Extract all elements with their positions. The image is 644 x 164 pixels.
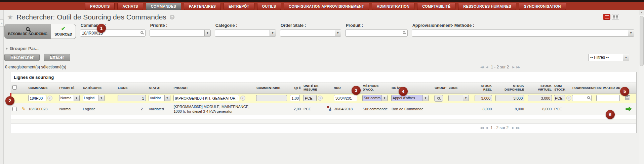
chevron-down-icon[interactable] xyxy=(463,95,469,101)
menu-item-ressources-humaines[interactable]: RESSOURCES HUMAINES xyxy=(458,3,516,10)
save-icon[interactable] xyxy=(625,95,630,101)
edit-statut-select[interactable]: Validat xyxy=(149,95,164,101)
edit-bc-ado-select[interactable]: Appel d'offres xyxy=(392,95,422,101)
chevron-down-icon[interactable] xyxy=(204,30,210,36)
edit-priorite-select[interactable]: Norma xyxy=(59,95,74,101)
chevron-down-icon[interactable] xyxy=(623,54,629,61)
annotation-badge-4: 4 xyxy=(399,87,408,96)
annotation-badge-3: 3 xyxy=(352,86,361,95)
cell-produit: [KPROMMAI03D] MODULE, MAINTENANCE, 1000 … xyxy=(172,103,255,115)
last-page-icon[interactable]: ▶▶ xyxy=(516,65,520,69)
menu-item-synchronisation[interactable]: SYNCHRONISATION xyxy=(519,3,566,10)
edit-commentaire-input[interactable] xyxy=(256,95,287,101)
table-row[interactable]: ✎ 18/IR00023 Normal Logistic 2 Validated… xyxy=(11,103,637,115)
edit-stock-reel-input[interactable] xyxy=(475,95,492,101)
chevron-down-icon[interactable] xyxy=(74,95,79,101)
pencil-icon[interactable]: ✎ xyxy=(22,106,26,112)
page-range: 1 - 2 sur 2 xyxy=(491,65,509,69)
chevron-down-icon[interactable] xyxy=(381,95,387,101)
select-all-checkbox[interactable] xyxy=(12,85,17,90)
annotation-badge-2: 2 xyxy=(5,96,14,105)
search-icon[interactable] xyxy=(403,31,405,34)
green-arrow-icon[interactable] xyxy=(626,106,632,112)
prev-page-icon[interactable]: ◀ xyxy=(486,65,487,69)
tab-besoin-de-sourcing[interactable]: BESOIN DE SOURCING xyxy=(5,24,51,39)
menu-item-configuration-approvisionnement[interactable]: CONFIGURATION APPROVISIONNEMENT xyxy=(284,3,369,10)
favorite-star-icon[interactable]: ★ xyxy=(7,13,13,21)
edit-zone-select[interactable] xyxy=(449,95,463,101)
menu-item-comptabilite[interactable]: COMPTABILITÉ xyxy=(417,3,455,10)
edit-uom-stock-input[interactable] xyxy=(554,95,565,101)
group-lookup-button[interactable] xyxy=(434,95,443,102)
menu-item-produits[interactable]: PRODUITS xyxy=(85,3,115,10)
chevron-down-icon[interactable] xyxy=(628,30,634,36)
edit-unite-input[interactable] xyxy=(303,95,317,101)
sidebar-expand-icon[interactable]: » xyxy=(0,19,4,27)
edit-rdd-input[interactable] xyxy=(334,95,357,101)
edit-stock-disponible-input[interactable] xyxy=(495,95,524,101)
edit-produit-input[interactable] xyxy=(173,95,239,101)
grid-view-icon[interactable] xyxy=(612,14,619,20)
combo-dropdown-icon[interactable] xyxy=(318,96,323,101)
combo-dropdown-icon[interactable] xyxy=(240,96,245,101)
split-line-icon[interactable] xyxy=(327,106,331,112)
menu-item-partenaires[interactable]: PARTENAIRES xyxy=(184,3,221,10)
scrollbar-thumb[interactable] xyxy=(640,16,644,66)
chevron-down-icon[interactable] xyxy=(422,95,428,101)
sourcing-tabs: BESOIN DE SOURCING ✔ SOURCED xyxy=(4,24,76,39)
next-page-icon[interactable]: ▶ xyxy=(512,65,514,69)
menu-item-administration[interactable]: ADMINISTRATION xyxy=(372,3,414,10)
cell-commentaire xyxy=(255,103,289,115)
effacer-button[interactable]: Effacer xyxy=(44,54,70,61)
commande-input[interactable] xyxy=(80,30,146,37)
filter-categorie: Catégorie : xyxy=(215,23,276,37)
search-icon[interactable] xyxy=(140,31,143,34)
edit-estimated-dd-input[interactable] xyxy=(596,95,620,101)
next-page-icon[interactable]: ▶ xyxy=(512,126,514,129)
sourcing-lines-table: COMMANDE PRIORITÉ CATÉGORIE LIGNE STATUT… xyxy=(10,82,636,124)
produit-input[interactable] xyxy=(345,30,408,37)
appro-methode-select[interactable] xyxy=(412,30,634,37)
menu-item-entrepot[interactable]: ENTREPÔT xyxy=(224,3,254,10)
filter-order-state: Order State : xyxy=(280,23,341,37)
chevron-down-icon[interactable] xyxy=(335,30,341,36)
filter-appro-methode-label: Approvisionnement- Méthode : xyxy=(412,23,634,28)
scroll-up-icon[interactable]: ▲ xyxy=(639,10,644,15)
priorite-select[interactable] xyxy=(150,30,211,37)
combo-dropdown-icon[interactable] xyxy=(566,96,571,101)
edit-stock-virtuel-input[interactable] xyxy=(528,95,552,101)
vertical-scrollbar[interactable]: ▲ xyxy=(639,10,644,164)
order-state-select[interactable] xyxy=(280,30,341,37)
menu-item-achats[interactable]: ACHATS xyxy=(117,3,143,10)
search-icon[interactable] xyxy=(587,96,590,99)
list-view-icon[interactable] xyxy=(603,14,610,20)
appro-methode-select-value xyxy=(412,30,628,36)
help-icon[interactable]: ? xyxy=(170,15,174,19)
tab-sourced[interactable]: ✔ SOURCED xyxy=(51,24,76,39)
menu-item-commandes[interactable]: COMMANDES xyxy=(146,3,181,10)
edit-commande-input[interactable] xyxy=(28,95,46,101)
edit-ligne-input[interactable] xyxy=(118,95,146,101)
menu-item-outils[interactable]: OUTILS xyxy=(257,3,281,10)
first-page-icon[interactable]: ◀◀ xyxy=(480,65,483,69)
chevron-down-icon[interactable] xyxy=(98,95,104,101)
filtres-dropdown[interactable]: -- Filtres -- xyxy=(588,54,629,61)
col-produit: PRODUIT xyxy=(172,82,255,94)
rechercher-button[interactable]: Rechercher xyxy=(4,54,40,61)
chevron-down-icon[interactable] xyxy=(270,30,276,36)
row-checkbox[interactable] xyxy=(12,107,17,111)
edit-methode-select[interactable]: Sur comm xyxy=(363,95,381,101)
last-page-icon[interactable]: ▶▶ xyxy=(516,126,519,129)
first-page-icon[interactable]: ◀◀ xyxy=(480,126,483,129)
col-group: GROUP xyxy=(433,82,447,94)
combo-dropdown-icon[interactable] xyxy=(47,96,52,101)
chevron-down-icon[interactable] xyxy=(164,95,170,101)
group-by-toggle[interactable]: Grouper Par... xyxy=(6,46,637,51)
edit-qte-input[interactable] xyxy=(290,95,300,101)
prev-page-icon[interactable]: ◀ xyxy=(485,126,487,129)
categorie-select[interactable] xyxy=(215,30,276,37)
col-commentaire: COMMENTAIRE xyxy=(255,82,289,94)
cell-statut: Validated xyxy=(148,103,172,115)
edit-categorie-select[interactable]: Logisti xyxy=(83,95,98,101)
col-categorie: CATÉGORIE xyxy=(82,82,117,94)
